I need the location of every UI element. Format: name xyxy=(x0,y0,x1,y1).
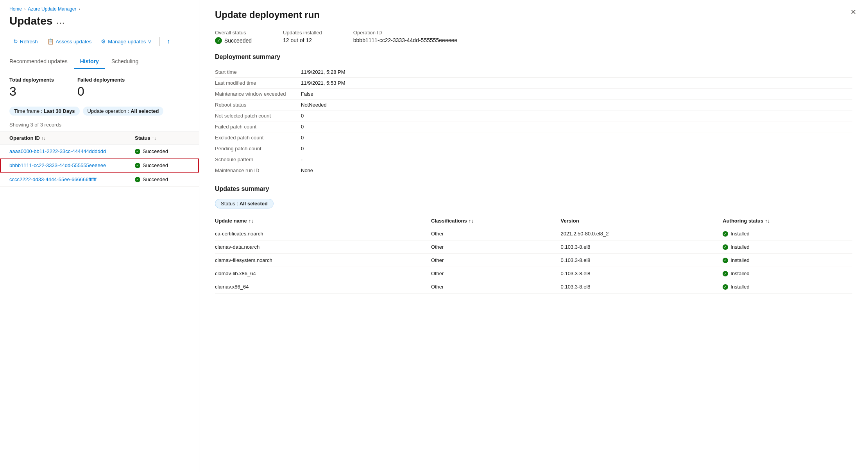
status-dot-1: ✓ xyxy=(135,163,140,168)
status-label-1: Succeeded xyxy=(143,162,168,168)
table-row[interactable]: aaaa0000-bb11-2222-33cc-444444dddddd ✓ S… xyxy=(0,144,199,159)
update-class-3: Other xyxy=(431,271,561,276)
refresh-label: Refresh xyxy=(20,39,38,45)
operation-label: Update operation : xyxy=(88,108,129,114)
deployment-summary: Deployment summary Start time 11/9/2021,… xyxy=(215,53,852,176)
auth-dot-3: ✓ xyxy=(723,271,728,276)
ucol-ver-header: Version xyxy=(561,218,723,224)
list-item: clamav.x86_64 Other 0.103.3-8.el8 ✓ Inst… xyxy=(215,280,852,294)
breadcrumb: Home › Azure Update Manager › xyxy=(0,0,199,13)
update-name-1: clamav-data.noarch xyxy=(215,244,431,250)
auth-label-0: Installed xyxy=(730,231,749,237)
row-op-id-2: cccc2222-dd33-4444-55ee-666666ffffff xyxy=(9,176,135,182)
summary-value-5: 0 xyxy=(301,124,304,130)
auth-label-2: Installed xyxy=(730,257,749,263)
breadcrumb-home[interactable]: Home xyxy=(9,6,22,12)
updates-summary-title: Updates summary xyxy=(215,185,852,192)
operation-value: All selected xyxy=(131,108,159,114)
auth-dot-4: ✓ xyxy=(723,284,728,290)
list-item: clamav-data.noarch Other 0.103.3-8.el8 ✓… xyxy=(215,240,852,254)
row-op-id-1: bbbb1111-cc22-3333-44dd-555555eeeeee xyxy=(9,162,135,168)
overall-status-value: ✓ Succeeded xyxy=(215,37,252,44)
tab-recommended-updates[interactable]: Recommended updates xyxy=(9,54,74,69)
time-frame-chip[interactable]: Time frame : Last 30 Days xyxy=(9,107,80,116)
update-auth-0: ✓ Installed xyxy=(723,231,852,237)
filter-row: Time frame : Last 30 Days Update operati… xyxy=(0,105,199,120)
upload-button[interactable]: ↑ xyxy=(164,36,173,46)
sort-op-id-icon[interactable]: ↑↓ xyxy=(41,136,46,141)
updates-status-chip[interactable]: Status : All selected xyxy=(215,199,274,208)
row-status-0: ✓ Succeeded xyxy=(135,148,190,154)
auth-dot-2: ✓ xyxy=(723,258,728,263)
panel-title: Update deployment run xyxy=(215,9,852,20)
update-auth-1: ✓ Installed xyxy=(723,244,852,250)
list-item: ca-certificates.noarch Other 2021.2.50-8… xyxy=(215,227,852,240)
summary-label-7: Pending patch count xyxy=(215,146,301,151)
auth-label-3: Installed xyxy=(730,271,749,276)
summary-value-3: NotNeeded xyxy=(301,102,327,108)
status-label-2: Succeeded xyxy=(143,176,168,182)
overall-status-check-icon: ✓ xyxy=(215,37,222,44)
summary-label-8: Schedule pattern xyxy=(215,157,301,162)
update-auth-3: ✓ Installed xyxy=(723,271,852,276)
manage-updates-button[interactable]: ⚙ Manage updates ∨ xyxy=(97,36,156,47)
updates-installed-label: Updates installed xyxy=(283,30,322,36)
auth-dot-0: ✓ xyxy=(723,231,728,237)
breadcrumb-azure-update-manager[interactable]: Azure Update Manager xyxy=(28,6,76,12)
failed-deployments-label: Failed deployments xyxy=(77,77,125,83)
summary-value-8: - xyxy=(301,157,302,162)
sort-status-icon[interactable]: ↑↓ xyxy=(152,136,156,141)
summary-row: Failed patch count 0 xyxy=(215,121,852,132)
tab-history[interactable]: History xyxy=(74,54,105,69)
sort-class-icon[interactable]: ↑↓ xyxy=(469,218,474,224)
sort-auth-icon[interactable]: ↑↓ xyxy=(765,218,770,224)
page-title-menu[interactable]: ... xyxy=(56,17,65,26)
assess-updates-button[interactable]: 📋 Assess updates xyxy=(43,36,96,47)
list-item: clamav-lib.x86_64 Other 0.103.3-8.el8 ✓ … xyxy=(215,267,852,280)
table-row[interactable]: bbbb1111-cc22-3333-44dd-555555eeeeee ✓ S… xyxy=(0,159,199,173)
auth-label-1: Installed xyxy=(730,244,749,250)
summary-row: Pending patch count 0 xyxy=(215,143,852,154)
ucol-name-header: Update name ↑↓ xyxy=(215,218,431,224)
col-operation-id-header: Operation ID ↑↓ xyxy=(9,135,135,141)
operation-filter-chip[interactable]: Update operation : All selected xyxy=(83,107,164,116)
update-name-3: clamav-lib.x86_64 xyxy=(215,271,431,276)
status-dot-0: ✓ xyxy=(135,149,140,154)
time-frame-label: Time frame : xyxy=(14,108,42,114)
assess-icon: 📋 xyxy=(47,38,54,45)
update-class-4: Other xyxy=(431,284,561,290)
chevron-down-icon: ∨ xyxy=(148,39,152,45)
summary-row: Start time 11/9/2021, 5:28 PM xyxy=(215,67,852,78)
summary-row: Not selected patch count 0 xyxy=(215,110,852,121)
operation-id-col: Operation ID bbbb1111-cc22-3333-44dd-555… xyxy=(353,30,457,44)
update-ver-1: 0.103.3-8.el8 xyxy=(561,244,723,250)
summary-value-1: 11/9/2021, 5:53 PM xyxy=(301,80,345,86)
col-status-header: Status ↑↓ xyxy=(135,135,190,141)
updates-table-body: ca-certificates.noarch Other 2021.2.50-8… xyxy=(215,227,852,294)
sort-name-icon[interactable]: ↑↓ xyxy=(249,218,254,224)
update-auth-4: ✓ Installed xyxy=(723,284,852,290)
operation-id-label: Operation ID xyxy=(353,30,457,36)
col-name-label: Update name xyxy=(215,218,247,224)
table-row[interactable]: cccc2222-dd33-4444-55ee-666666ffffff ✓ S… xyxy=(0,173,199,187)
tabs-bar: Recommended updates History Scheduling xyxy=(0,54,199,69)
updates-filter-label: Status : xyxy=(221,201,238,207)
overall-status-label: Overall status xyxy=(215,30,252,36)
update-ver-4: 0.103.3-8.el8 xyxy=(561,284,723,290)
right-panel: ✕ Update deployment run Overall status ✓… xyxy=(199,0,868,472)
update-class-1: Other xyxy=(431,244,561,250)
total-deployments-label: Total deployments xyxy=(9,77,54,83)
summary-value-9: None xyxy=(301,167,313,173)
close-button[interactable]: ✕ xyxy=(850,8,856,16)
tab-scheduling[interactable]: Scheduling xyxy=(105,54,145,69)
ucol-class-header: Classifications ↑↓ xyxy=(431,218,561,224)
page-title: Updates xyxy=(9,15,52,27)
failed-deployments-stat: Failed deployments 0 xyxy=(77,77,125,99)
update-auth-2: ✓ Installed xyxy=(723,257,852,263)
update-ver-3: 0.103.3-8.el8 xyxy=(561,271,723,276)
toolbar: ↻ Refresh 📋 Assess updates ⚙ Manage upda… xyxy=(0,32,199,51)
table-body: aaaa0000-bb11-2222-33cc-444444dddddd ✓ S… xyxy=(0,144,199,187)
total-deployments-value: 3 xyxy=(9,84,54,99)
summary-label-3: Reboot status xyxy=(215,102,301,108)
refresh-button[interactable]: ↻ Refresh xyxy=(9,36,42,47)
